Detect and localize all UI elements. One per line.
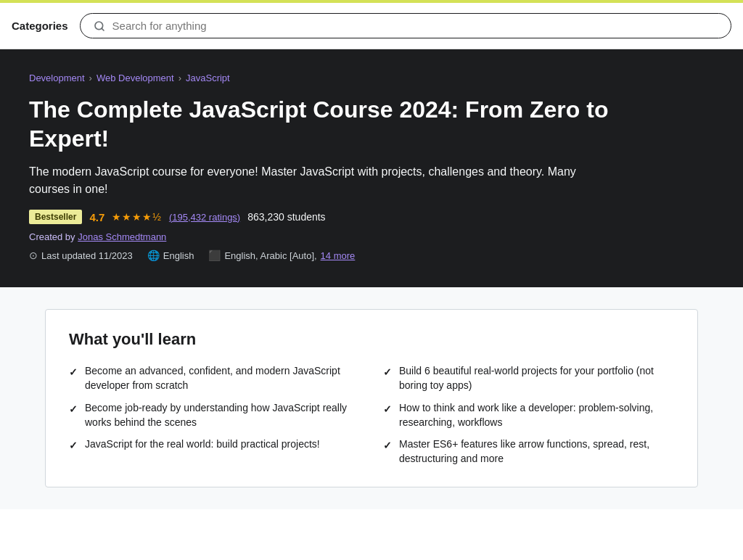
meta-updated-text: Last updated 11/2023	[41, 250, 133, 261]
rating-row: Bestseller 4.7 ★★★★½ (195,432 ratings) 8…	[29, 210, 714, 224]
learn-item-text: Master ES6+ features like arrow function…	[399, 437, 674, 466]
learn-box: What you'll learn ✓ Become an advanced, …	[45, 309, 698, 487]
search-input[interactable]	[112, 20, 718, 32]
rating-number: 4.7	[89, 211, 104, 223]
learn-item-text: JavaScript for the real world: build pra…	[85, 437, 320, 451]
check-icon: ✓	[383, 438, 392, 453]
svg-line-1	[102, 28, 104, 30]
learn-grid: ✓ Become an advanced, confident, and mod…	[69, 363, 674, 466]
hero-section: Development › Web Development › JavaScri…	[0, 49, 743, 287]
created-label: Created by	[29, 231, 75, 242]
learn-items-left: ✓ Become an advanced, confident, and mod…	[69, 363, 360, 466]
meta-row: ⊙ Last updated 11/2023 🌐 English ⬛ Engli…	[29, 250, 714, 261]
list-item: ✓ Become an advanced, confident, and mod…	[69, 363, 360, 393]
check-icon: ✓	[383, 402, 392, 416]
breadcrumb-web-development[interactable]: Web Development	[97, 73, 174, 83]
creator-link[interactable]: Jonas Schmedtmann	[78, 231, 166, 242]
search-icon	[94, 20, 105, 32]
check-icon: ✓	[69, 402, 78, 416]
ratings-link[interactable]: (195,432 ratings)	[169, 212, 240, 223]
captions-more-link[interactable]: 14 more	[321, 250, 356, 261]
meta-captions-text: English, Arabic [Auto],	[224, 250, 316, 261]
search-bar	[80, 13, 731, 38]
learn-item-text: Become an advanced, confident, and moder…	[85, 363, 360, 393]
learn-item-text: Become job-ready by understanding how Ja…	[85, 400, 360, 430]
list-item: ✓ Become job-ready by understanding how …	[69, 400, 360, 430]
meta-language-text: English	[163, 250, 194, 261]
learn-item-text: Build 6 beautiful real-world projects fo…	[399, 363, 674, 393]
breadcrumb: Development › Web Development › JavaScri…	[29, 73, 714, 83]
breadcrumb-development[interactable]: Development	[29, 73, 85, 83]
bestseller-badge: Bestseller	[29, 210, 82, 224]
globe-icon: 🌐	[147, 250, 160, 261]
check-icon: ✓	[69, 438, 78, 453]
created-row: Created by Jonas Schmedtmann	[29, 231, 714, 242]
navbar: Categories	[0, 3, 743, 49]
star-rating: ★★★★½	[112, 211, 162, 223]
breadcrumb-sep-1: ›	[89, 73, 92, 83]
course-subtitle: The modern JavaScript course for everyon…	[29, 163, 580, 198]
list-item: ✓ How to think and work like a developer…	[383, 400, 674, 430]
learn-title: What you'll learn	[69, 330, 674, 349]
content-section: What you'll learn ✓ Become an advanced, …	[0, 287, 743, 509]
caption-icon: ⬛	[208, 250, 221, 261]
learn-items-right: ✓ Build 6 beautiful real-world projects …	[383, 363, 674, 466]
nav-categories[interactable]: Categories	[12, 20, 68, 32]
check-icon: ✓	[383, 365, 392, 379]
meta-language: 🌐 English	[147, 250, 194, 261]
list-item: ✓ JavaScript for the real world: build p…	[69, 437, 360, 453]
list-item: ✓ Build 6 beautiful real-world projects …	[383, 363, 674, 393]
breadcrumb-javascript[interactable]: JavaScript	[186, 73, 230, 83]
breadcrumb-sep-2: ›	[178, 73, 181, 83]
meta-updated: ⊙ Last updated 11/2023	[29, 250, 133, 261]
learn-item-text: How to think and work like a developer: …	[399, 400, 674, 430]
clock-icon: ⊙	[29, 250, 38, 261]
list-item: ✓ Master ES6+ features like arrow functi…	[383, 437, 674, 466]
meta-captions: ⬛ English, Arabic [Auto], 14 more	[208, 250, 355, 261]
course-title: The Complete JavaScript Course 2024: Fro…	[29, 95, 624, 153]
students-count: 863,230 students	[247, 211, 325, 223]
check-icon: ✓	[69, 365, 78, 379]
